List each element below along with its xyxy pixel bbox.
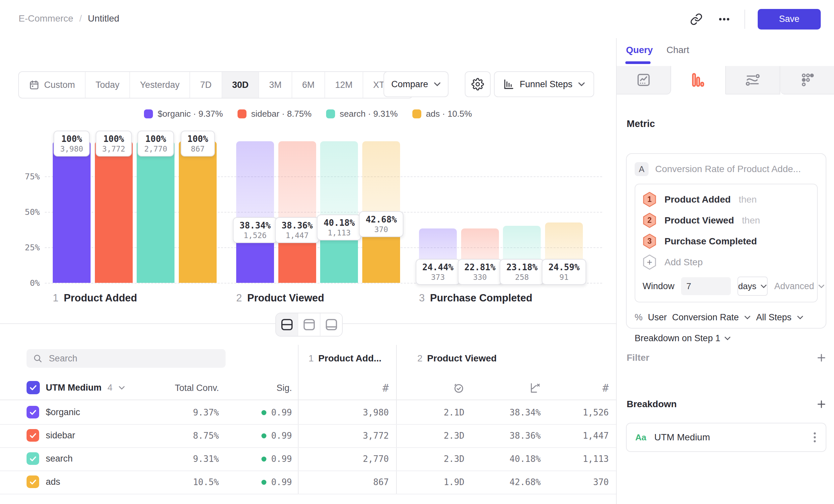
step-title: Product Add... <box>319 353 381 364</box>
step-event-name[interactable]: Product Added <box>664 194 731 205</box>
avg-time-value: 2.3D <box>443 424 464 447</box>
sig-dot <box>261 457 266 462</box>
share-link-icon[interactable] <box>689 12 704 27</box>
window-unit-select[interactable]: days <box>738 277 768 296</box>
row-checkbox[interactable] <box>26 452 39 465</box>
flow-chart-icon <box>745 73 760 87</box>
funnel-analysis-app: { "header": { "breadcrumb_project": "E-C… <box>0 0 834 504</box>
add-step-row[interactable]: + Add Step <box>642 252 810 273</box>
chart-type-segmentation[interactable] <box>780 66 834 94</box>
split-view-icon <box>280 319 293 330</box>
row-label[interactable]: $organic <box>46 407 80 417</box>
funnel-step-3[interactable]: 3Purchase Completed <box>642 231 810 252</box>
grid-dots-icon <box>800 73 814 87</box>
counting-mode[interactable]: User <box>648 312 667 323</box>
row-label[interactable]: sidebar <box>46 430 75 441</box>
search-input[interactable] <box>48 353 219 364</box>
kebab-menu-icon[interactable] <box>812 432 817 443</box>
select-all-checkbox[interactable] <box>26 381 40 394</box>
chart-type-line[interactable] <box>617 66 671 94</box>
funnel-step-2[interactable]: 2Product Viewedthen <box>642 210 810 231</box>
bar-value-chip: 100%2,770 <box>138 131 174 157</box>
step-title: Product Viewed <box>427 353 497 364</box>
count-column-icon[interactable]: # <box>602 376 609 399</box>
conv-pct-value: 40.18% <box>509 447 541 471</box>
row-label[interactable]: search <box>46 454 73 464</box>
total-conv-column-header[interactable]: Total Conv. <box>175 376 219 399</box>
chart-type-funnel[interactable] <box>671 66 726 94</box>
sig-value: 0.99 <box>261 447 292 471</box>
funnel-chart-icon <box>692 73 705 87</box>
step-event-name[interactable]: Product Viewed <box>664 215 734 226</box>
step1-count: 3,772 <box>363 424 389 447</box>
avg-time-column-icon[interactable] <box>453 376 464 399</box>
row-checkbox[interactable] <box>26 476 39 488</box>
tab-chart[interactable]: Chart <box>666 45 689 55</box>
breakdown-column-label[interactable]: UTM Medium <box>46 383 102 393</box>
total-conv-value: 8.75% <box>193 424 219 447</box>
add-filter-icon[interactable] <box>816 353 826 363</box>
table-only-view-button[interactable] <box>321 313 342 336</box>
breadcrumb-title[interactable]: Untitled <box>88 13 119 24</box>
line-chart-icon <box>636 73 651 87</box>
row-label[interactable]: ads <box>46 477 60 487</box>
funnel-step-1[interactable]: 1Product Addedthen <box>642 189 810 210</box>
conversion-pct: 100% <box>102 134 125 144</box>
table-row-sidebar: sidebar8.75%0.993,7722.3D38.36%1,447 <box>0 424 616 448</box>
top-header: E-Commerce / Untitled Save <box>0 0 834 39</box>
active-tab-indicator <box>626 61 651 64</box>
chart-type-flow[interactable] <box>726 66 780 94</box>
metric-heading: Metric <box>627 118 655 129</box>
funnel-bar-sidebar-step1[interactable] <box>95 141 133 283</box>
breakdown-property-card[interactable]: Aa UTM Medium <box>626 423 826 452</box>
breakdown-heading: Breakdown <box>627 399 677 410</box>
bar-value-chip: 23.18%258 <box>500 259 544 285</box>
total-conv-value: 10.5% <box>193 471 219 494</box>
tab-query[interactable]: Query <box>626 45 653 55</box>
save-button[interactable]: Save <box>758 9 821 29</box>
metric-card: A Conversion Rate of Product Adde... 1Pr… <box>626 153 826 328</box>
step-number-badge: 3 <box>642 234 657 249</box>
step-number-badge: 2 <box>642 213 657 228</box>
conversion-pct: 24.44% <box>422 262 454 272</box>
step-label-2: 2Product Viewed <box>236 292 324 304</box>
percent-symbol: % <box>635 312 642 323</box>
user-count: 330 <box>464 273 496 281</box>
funnel-bar-ads-step1[interactable] <box>179 141 217 283</box>
row-checkbox[interactable] <box>26 406 39 418</box>
bar-value-chip: 100%3,980 <box>53 131 90 157</box>
conversion-pct: 23.18% <box>506 262 537 272</box>
breakdown-on-step-row[interactable]: Breakdown on Step 1 <box>635 333 818 344</box>
conv-pct-column-icon[interactable] <box>529 376 541 399</box>
advanced-toggle[interactable]: Advanced <box>774 281 825 292</box>
sig-column-header[interactable]: Sig. <box>276 376 292 399</box>
user-count: 1,526 <box>240 231 271 240</box>
chevron-down-icon <box>118 386 125 390</box>
layout-toggle-group <box>275 313 343 337</box>
window-value-input[interactable] <box>681 277 731 295</box>
row-checkbox[interactable] <box>26 429 39 442</box>
count-column-icon[interactable]: # <box>382 376 389 399</box>
more-options-icon[interactable] <box>717 12 732 27</box>
table-row-organic: $organic9.37%0.993,9802.1D38.34%1,526 <box>0 401 616 425</box>
step-event-name[interactable]: Purchase Completed <box>664 236 757 247</box>
sig-value: 0.99 <box>261 424 292 447</box>
funnel-chart: 0%25%50%75%100%3,98038.34%1,52624.44%373… <box>0 38 616 323</box>
split-view-button[interactable] <box>276 313 298 336</box>
step-label-1: 1Product Added <box>53 292 137 304</box>
steps-scope-select[interactable]: All Steps <box>756 312 792 323</box>
metric-title[interactable]: Conversion Rate of Product Adde... <box>655 164 801 175</box>
funnel-bar-search-step1[interactable] <box>137 141 175 283</box>
add-breakdown-icon[interactable] <box>816 399 826 409</box>
funnel-bar-organic-step1[interactable] <box>53 141 91 283</box>
conversion-pct: 38.34% <box>240 221 271 230</box>
step2-count: 370 <box>593 471 609 494</box>
measure-type-select[interactable]: Conversion Rate <box>672 312 739 323</box>
conversion-pct: 24.59% <box>548 262 579 272</box>
step2-count: 1,113 <box>583 447 609 471</box>
breadcrumb-project[interactable]: E-Commerce <box>19 13 73 24</box>
chevron-down-icon <box>744 315 751 320</box>
chart-type-strip <box>617 66 834 94</box>
table-search <box>26 349 225 368</box>
chart-only-view-button[interactable] <box>298 313 321 336</box>
